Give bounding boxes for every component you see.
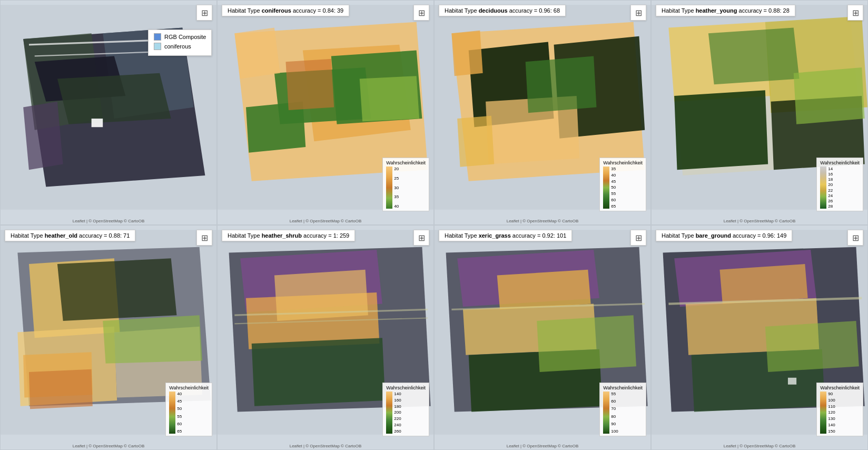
legend-color-bar [603, 167, 609, 209]
legend-label-value: 65 [611, 204, 616, 209]
panel-header-panel-heather-young: Habitat Type heather_young accuracy = 0.… [656, 5, 795, 16]
layer-toggle-button[interactable]: ⊞ [413, 5, 429, 21]
svg-rect-67 [788, 378, 796, 385]
legend-label: coniferous [164, 43, 191, 50]
legend-labels: 35404550556065 [611, 167, 616, 209]
map-legend: Wahrscheinlichkeit90100110120130140150 [816, 383, 863, 436]
panel-header-panel-coniferous: Habitat Type coniferous accuracy = 0.84:… [222, 5, 349, 16]
legend-label-value: 70 [611, 406, 618, 411]
layer-toggle-button[interactable]: ⊞ [847, 5, 863, 21]
map-legend: Wahrscheinlichkeit5560708090100 [599, 383, 646, 436]
map-panel-panel-bare-ground: Habitat Type bare_ground accuracy = 0.96… [651, 225, 868, 450]
map-legend: Wahrscheinlichkeit2025303540 [382, 158, 429, 211]
legend-label-value: 200 [394, 410, 401, 415]
legend-color-bar [820, 392, 826, 434]
legend-label-value: 80 [611, 414, 618, 419]
header-prefix: Habitat Type [662, 7, 696, 14]
legend-bar-container: 5560708090100 [603, 392, 643, 434]
legend-label-value: 30 [394, 185, 399, 190]
legend-color-bar [386, 167, 392, 209]
attribution-text: Leaflet | © OpenStreetMap © CartoOB [73, 219, 145, 223]
main-grid: RGB Compositeconiferous⊞ Leaflet | © Ope… [0, 0, 868, 450]
legend-labels: 140160180200220240260 [394, 392, 401, 434]
legend-label-value: 20 [394, 167, 399, 171]
legend-label-value: 14 [828, 167, 833, 171]
legend-label-value: 150 [828, 429, 835, 434]
legend-label: RGB Composite [164, 34, 206, 40]
header-name: bare_ground [696, 232, 731, 239]
panel-header-panel-xeric-grass: Habitat Type xeric_grass accuracy = 0.92… [439, 230, 572, 241]
legend-bar-container: 1416182022242628 [820, 167, 860, 209]
layer-toggle-button[interactable]: ⊞ [630, 230, 646, 246]
header-name: heather_young [696, 7, 737, 14]
legend-swatch [154, 33, 161, 41]
legend-label-value: 65 [177, 429, 182, 434]
legend-label-value: 160 [394, 398, 401, 403]
panel-header-panel-bare-ground: Habitat Type bare_ground accuracy = 0.96… [656, 230, 792, 241]
header-name: coniferous [262, 7, 291, 14]
attribution-text: Leaflet | © OpenStreetMap © CartoOB [73, 444, 145, 448]
panel-header-panel-deciduous: Habitat Type deciduous accuracy = 0.96: … [439, 5, 566, 16]
legend-label-value: 40 [177, 392, 182, 396]
attribution-text: Leaflet | © OpenStreetMap © CartoOB [724, 444, 796, 448]
header-prefix: Habitat Type [662, 232, 696, 239]
legend-color-bar [386, 392, 392, 434]
svg-marker-25 [526, 56, 597, 113]
legend-label-value: 100 [611, 429, 618, 434]
legend-label-value: 140 [394, 392, 401, 396]
svg-marker-18 [360, 76, 419, 121]
legend-label-value: 25 [394, 176, 399, 181]
svg-marker-31 [674, 90, 768, 170]
legend-label-value: 55 [177, 414, 182, 419]
legend-label-value: 18 [828, 177, 833, 182]
legend-label-value: 240 [394, 423, 401, 427]
layers-icon: ⊞ [852, 8, 859, 18]
header-name: deciduous [479, 7, 508, 14]
layers-icon: ⊞ [201, 8, 208, 18]
header-suffix: accuracy = 0.84: 39 [291, 7, 343, 14]
map-panel-panel-xeric-grass: Habitat Type xeric_grass accuracy = 0.92… [434, 225, 651, 450]
map-attribution: Leaflet | © OpenStreetMap © CartoOB [1, 444, 216, 448]
header-name: heather_shrub [262, 232, 302, 239]
legend-label-value: 28 [828, 204, 833, 209]
header-suffix: accuracy = 0.92: 101 [511, 232, 566, 239]
legend-label-value: 35 [611, 167, 616, 171]
layer-toggle-button[interactable]: ⊞ [630, 5, 646, 21]
svg-rect-8 [92, 119, 103, 127]
layer-toggle-button[interactable]: ⊞ [196, 230, 212, 246]
legend-bar-container: 404550556065 [169, 392, 209, 434]
map-panel-panel-deciduous: Habitat Type deciduous accuracy = 0.96: … [434, 0, 651, 225]
legend-popup-item: RGB Composite [154, 33, 206, 41]
layers-icon: ⊞ [635, 233, 642, 243]
map-attribution: Leaflet | © OpenStreetMap © CartoOB [652, 444, 867, 448]
attribution-text: Leaflet | © OpenStreetMap © CartoOB [507, 444, 579, 448]
legend-label-value: 24 [828, 193, 833, 198]
legend-labels: 90100110120130140150 [828, 392, 835, 434]
legend-bar-container: 90100110120130140150 [820, 392, 860, 434]
attribution-text: Leaflet | © OpenStreetMap © CartoOB [290, 444, 362, 448]
svg-marker-57 [497, 270, 591, 310]
svg-marker-48 [252, 338, 386, 406]
legend-title: Wahrscheinlichkeit [386, 385, 426, 390]
svg-marker-33 [708, 27, 800, 84]
svg-marker-26 [457, 116, 494, 167]
header-suffix: accuracy = 0.88: 28 [737, 7, 789, 14]
layers-icon: ⊞ [852, 233, 859, 243]
legend-title: Wahrscheinlichkeit [603, 160, 643, 165]
legend-label-value: 55 [611, 392, 618, 396]
layer-toggle-button[interactable]: ⊞ [413, 230, 429, 246]
legend-label-value: 40 [611, 173, 616, 178]
layer-toggle-button[interactable]: ⊞ [196, 5, 212, 21]
map-legend: Wahrscheinlichkeit35404550556065 [599, 158, 646, 211]
svg-marker-9 [23, 102, 63, 170]
svg-marker-42 [103, 315, 202, 364]
map-attribution: Leaflet | © OpenStreetMap © CartoOB [652, 219, 867, 223]
map-attribution: Leaflet | © OpenStreetMap © CartoOB [435, 444, 650, 448]
legend-bar-container: 35404550556065 [603, 167, 643, 209]
legend-title: Wahrscheinlichkeit [603, 385, 643, 390]
legend-color-bar [169, 392, 175, 434]
legend-label-value: 60 [611, 198, 616, 202]
layer-toggle-button[interactable]: ⊞ [847, 230, 863, 246]
map-panel-panel-rgb: RGB Compositeconiferous⊞ Leaflet | © Ope… [0, 0, 217, 225]
panel-header-panel-heather-old: Habitat Type heather_old accuracy = 0.88… [5, 230, 135, 241]
